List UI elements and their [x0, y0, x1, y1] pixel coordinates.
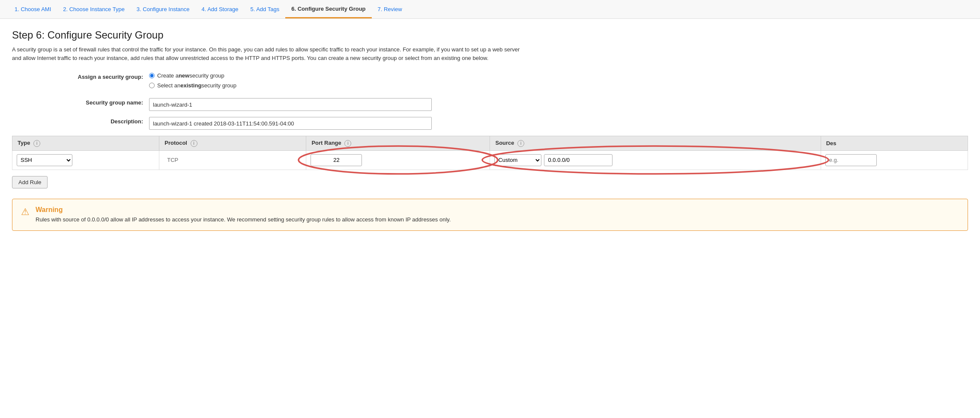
- radio-create-bold: new: [179, 72, 189, 79]
- radio-select-prefix: Select an: [157, 82, 180, 89]
- description-cell-input[interactable]: [825, 154, 877, 166]
- radio-select-bold: existing: [180, 82, 201, 89]
- radio-create-new-input[interactable]: [149, 73, 155, 78]
- sg-name-label: Security group name:: [55, 98, 149, 106]
- page-title: Step 6: Configure Security Group: [12, 29, 968, 41]
- description-label: Description:: [55, 117, 149, 125]
- wizard-step-3[interactable]: 3. Configure Instance: [131, 0, 196, 18]
- protocol-info-icon[interactable]: i: [191, 140, 197, 147]
- radio-select-existing-input[interactable]: [149, 83, 155, 88]
- source-cell-inner: Custom Anywhere My IP: [494, 154, 816, 166]
- rules-table: Type i Protocol i Port Range i Source i: [12, 136, 968, 170]
- type-cell: SSH HTTP HTTPS Custom TCP All traffic: [12, 150, 159, 170]
- table-row: SSH HTTP HTTPS Custom TCP All traffic TC…: [12, 150, 968, 170]
- radio-select-suffix: security group: [201, 82, 236, 89]
- description-row: Description:: [12, 117, 968, 130]
- wizard-step-4[interactable]: 4. Add Storage: [195, 0, 244, 18]
- source-value-input[interactable]: [544, 154, 612, 166]
- th-source: Source i: [490, 136, 821, 151]
- source-type-select[interactable]: Custom Anywhere My IP: [494, 154, 541, 166]
- description-cell: [821, 150, 968, 170]
- wizard-navigation: 1. Choose AMI 2. Choose Instance Type 3.…: [0, 0, 980, 19]
- source-cell: Custom Anywhere My IP: [490, 150, 821, 170]
- protocol-value: TCP: [164, 157, 182, 163]
- radio-create-suffix: security group: [189, 72, 224, 79]
- rules-table-container: Type i Protocol i Port Range i Source i: [12, 136, 968, 170]
- warning-title: Warning: [36, 206, 451, 214]
- th-type: Type i: [12, 136, 159, 151]
- wizard-step-6[interactable]: 6. Configure Security Group: [285, 0, 371, 18]
- radio-select-existing[interactable]: Select an existing security group: [149, 82, 968, 89]
- description-input[interactable]: [149, 117, 432, 130]
- port-range-info-icon[interactable]: i: [344, 140, 351, 147]
- wizard-step-7[interactable]: 7. Review: [372, 0, 408, 18]
- sg-name-input-area: [149, 98, 968, 111]
- type-select[interactable]: SSH HTTP HTTPS Custom TCP All traffic: [17, 154, 72, 166]
- type-info-icon[interactable]: i: [33, 140, 40, 147]
- warning-content: Warning Rules with source of 0.0.0.0/0 a…: [36, 206, 451, 224]
- add-rule-button[interactable]: Add Rule: [12, 176, 48, 188]
- description-input-area: [149, 117, 968, 130]
- main-content: Step 6: Configure Security Group A secur…: [0, 19, 980, 241]
- wizard-step-5[interactable]: 5. Add Tags: [244, 0, 285, 18]
- protocol-cell: TCP: [159, 150, 306, 170]
- radio-create-new[interactable]: Create a new security group: [149, 72, 968, 79]
- page-description: A security group is a set of firewall ru…: [12, 45, 526, 62]
- table-header-row: Type i Protocol i Port Range i Source i: [12, 136, 968, 151]
- warning-box: ⚠ Warning Rules with source of 0.0.0.0/0…: [12, 199, 968, 231]
- radio-group: Create a new security group Select an ex…: [149, 72, 968, 92]
- port-range-cell: [306, 150, 490, 170]
- port-range-input[interactable]: [311, 154, 362, 166]
- wizard-step-2[interactable]: 2. Choose Instance Type: [57, 0, 131, 18]
- source-info-icon[interactable]: i: [517, 140, 524, 147]
- warning-text: Rules with source of 0.0.0.0/0 allow all…: [36, 215, 451, 224]
- wizard-step-1[interactable]: 1. Choose AMI: [9, 0, 57, 18]
- th-port-range: Port Range i: [306, 136, 490, 151]
- assign-label: Assign a security group:: [55, 72, 149, 80]
- assign-security-group-row: Assign a security group: Create a new se…: [12, 72, 968, 92]
- sg-name-input[interactable]: [149, 98, 432, 111]
- th-protocol: Protocol i: [159, 136, 306, 151]
- radio-create-prefix: Create a: [157, 72, 179, 79]
- warning-icon: ⚠: [21, 206, 30, 218]
- sg-name-row: Security group name:: [12, 98, 968, 111]
- th-description: Des: [821, 136, 968, 151]
